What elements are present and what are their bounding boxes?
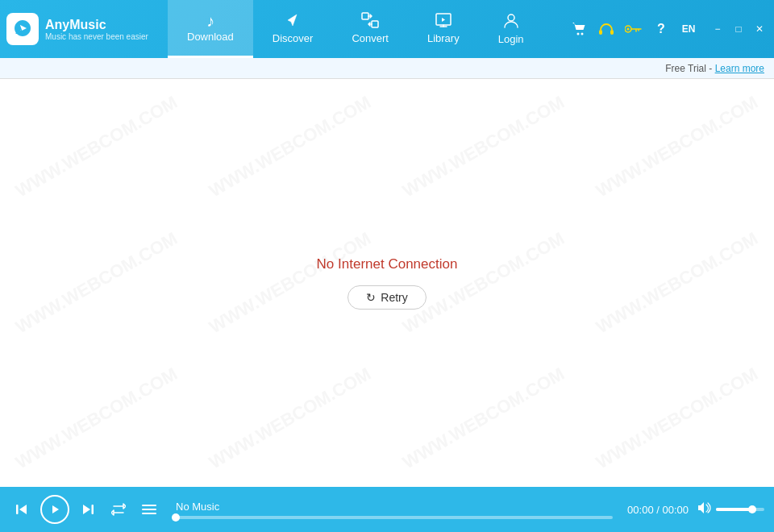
minimize-button[interactable]: − [710,21,726,37]
title-bar: A AnyMusic Music has never been easier ♪… [0,0,774,58]
svg-point-10 [627,28,630,31]
progress-area: No Music [169,501,619,519]
svg-rect-1 [362,13,368,19]
tab-convert[interactable]: Convert [332,0,408,58]
svg-point-4 [508,15,514,21]
trial-text: Free Trial - [665,63,712,74]
volume-fill [716,508,752,511]
tab-discover[interactable]: Discover [253,0,333,58]
maximize-button[interactable]: □ [730,21,747,37]
close-button[interactable]: ✕ [751,21,768,37]
language-selector[interactable]: EN [677,18,700,40]
svg-rect-15 [142,513,156,514]
volume-track[interactable] [716,508,764,511]
svg-rect-7 [599,30,602,35]
help-icon[interactable]: ? [650,18,672,40]
tab-download[interactable]: ♪ Download [168,0,253,58]
logo-area: A AnyMusic Music has never been easier [6,13,168,45]
playlist-button[interactable] [137,497,161,522]
time-display: 00:00 / 00:00 [627,504,689,516]
tab-library-label: Library [427,32,460,44]
library-tab-icon [435,12,452,31]
now-playing: No Music [176,501,613,513]
svg-text:A: A [15,23,23,36]
tab-convert-label: Convert [352,32,389,44]
no-connection-area: No Internet Connection ↻ Retry [317,256,458,310]
app-title: AnyMusic [45,18,148,32]
convert-tab-icon [361,12,379,31]
tab-login[interactable]: Login [479,0,543,58]
previous-button[interactable] [10,497,34,522]
download-tab-icon: ♪ [206,13,214,29]
svg-rect-2 [372,21,378,27]
tab-discover-label: Discover [273,32,314,44]
app-subtitle: Music has never been easier [45,32,148,41]
key-icon[interactable] [622,18,645,40]
headphones-icon[interactable] [595,18,618,40]
title-bar-controls: ? EN − □ ✕ [568,18,768,40]
volume-thumb[interactable] [748,505,756,513]
logo-text: AnyMusic Music has never been easier [45,18,148,41]
svg-rect-11 [16,505,19,514]
svg-rect-13 [142,505,156,506]
main-content: WWW.WEBCOM.COM WWW.WEBCOM.COM WWW.WEBCOM… [0,79,774,487]
svg-rect-12 [92,505,94,514]
svg-rect-14 [142,509,156,510]
player-bar: No Music 00:00 / 00:00 [0,487,774,532]
retry-label: Retry [381,291,407,304]
cart-icon[interactable] [568,18,590,40]
progress-track[interactable] [176,516,613,519]
learn-more-link[interactable]: Learn more [715,63,764,74]
retry-icon: ↻ [366,291,376,304]
app-logo-icon: A [6,13,39,45]
next-button[interactable] [76,497,100,522]
volume-icon[interactable] [697,501,711,517]
tab-library[interactable]: Library [408,0,479,58]
svg-point-5 [577,33,580,35]
progress-thumb[interactable] [172,513,180,522]
login-tab-icon [502,11,520,31]
play-button[interactable] [40,495,69,524]
player-controls [10,495,161,524]
svg-point-6 [581,33,584,35]
tab-download-label: Download [187,31,234,43]
error-message: No Internet Connection [317,256,458,272]
volume-area [697,501,764,517]
tab-login-label: Login [498,33,524,45]
repeat-button[interactable] [106,497,131,522]
discover-tab-icon [285,12,301,31]
retry-button[interactable]: ↻ Retry [347,285,426,310]
svg-rect-8 [610,30,614,35]
trial-bar: Free Trial - Learn more [0,58,774,79]
nav-tabs: ♪ Download Discover Convert [168,0,568,58]
